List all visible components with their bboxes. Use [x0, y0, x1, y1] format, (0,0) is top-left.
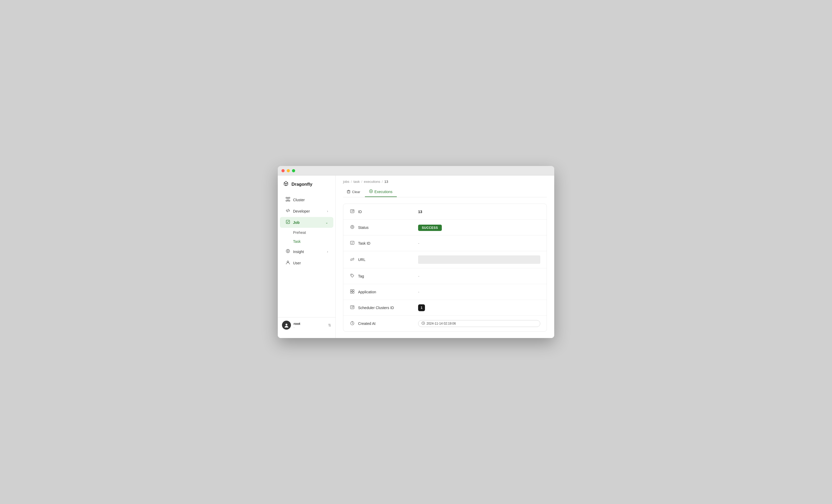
trash-icon — [347, 190, 350, 194]
user-profile[interactable]: root - ⇅ — [278, 317, 335, 333]
status-icon — [350, 225, 355, 230]
clear-label: Clear — [352, 190, 360, 194]
time-badge: 2024-11-14 02:19:06 — [418, 320, 540, 327]
nav-items: Cluster Developer › — [278, 194, 335, 317]
cluster-icon — [285, 197, 290, 202]
row-status: Status SUCCESS — [343, 220, 547, 235]
sidebar-item-cluster-label: Cluster — [293, 198, 305, 202]
breadcrumb-sep-3: / — [382, 180, 383, 184]
url-bar — [418, 255, 540, 264]
scheduler-clusters-id-value: 1 — [418, 304, 540, 311]
sidebar-item-task[interactable]: Task — [280, 237, 333, 246]
svg-rect-15 — [347, 191, 350, 193]
breadcrumb-sep-2: / — [361, 180, 362, 184]
svg-point-10 — [287, 251, 288, 252]
url-value — [418, 255, 540, 264]
breadcrumb: jobs / task / executions / 13 — [336, 175, 554, 184]
svg-point-37 — [353, 306, 354, 307]
logo-area: Dragonfly — [278, 181, 335, 194]
svg-rect-34 — [350, 306, 354, 309]
application-label: Application — [358, 290, 376, 294]
play-icon — [369, 189, 373, 194]
taskid-value: - — [418, 241, 540, 246]
clock-icon — [421, 321, 425, 326]
sidebar-item-user-label: User — [293, 261, 301, 265]
sidebar-item-job-label: Job — [293, 220, 300, 225]
tab-executions[interactable]: Executions — [365, 187, 396, 197]
breadcrumb-current: 13 — [384, 180, 388, 184]
taskid-label: Task ID — [358, 241, 370, 246]
id-icon — [350, 209, 355, 214]
breadcrumb-executions[interactable]: executions — [364, 180, 380, 184]
breadcrumb-jobs[interactable]: jobs — [343, 180, 349, 184]
user-sub: - — [293, 326, 326, 329]
breadcrumb-task[interactable]: task — [353, 180, 360, 184]
taskid-icon — [350, 241, 355, 246]
svg-rect-1 — [288, 197, 290, 198]
svg-rect-2 — [286, 200, 287, 201]
application-label-group: Application — [350, 289, 418, 295]
tag-label: Tag — [358, 274, 364, 278]
cluster-badge: 1 — [418, 304, 425, 311]
minimize-button[interactable] — [287, 169, 290, 172]
user-icon — [285, 260, 290, 266]
job-icon — [285, 220, 290, 225]
close-button[interactable] — [282, 169, 285, 172]
application-icon — [350, 289, 355, 295]
url-label: URL — [358, 257, 365, 262]
detail-card: ID 13 Status — [343, 204, 547, 332]
scheduler-icon — [350, 305, 355, 310]
row-created-at: Created At 2024-11-14 02:19:0 — [343, 316, 547, 331]
taskid-label-group: Task ID — [350, 241, 418, 246]
row-application: Application - — [343, 284, 547, 300]
row-tag: Tag - — [343, 268, 547, 284]
scheduler-clusters-id-label: Scheduler Clusters ID — [358, 306, 394, 310]
sidebar-item-user[interactable]: User — [280, 257, 333, 268]
job-chevron-down-icon: ⌄ — [326, 221, 328, 224]
created-at-icon — [350, 321, 355, 326]
application-value: - — [418, 290, 540, 294]
svg-marker-21 — [371, 191, 372, 192]
time-value: 2024-11-14 02:19:06 — [426, 322, 456, 326]
row-id: ID 13 — [343, 204, 547, 220]
svg-point-27 — [352, 226, 353, 228]
logo-text: Dragonfly — [291, 182, 312, 187]
status-badge: SUCCESS — [418, 225, 442, 231]
sidebar-item-cluster[interactable]: Cluster — [280, 194, 333, 205]
created-at-label: Created At — [358, 321, 375, 326]
sidebar-item-insight-label: Insight — [293, 250, 304, 254]
svg-line-7 — [287, 209, 288, 212]
breadcrumb-sep-1: / — [351, 180, 352, 184]
svg-point-26 — [351, 225, 354, 229]
svg-rect-8 — [286, 220, 290, 224]
app-body: Dragonfly — [278, 175, 554, 338]
sidebar-item-preheat[interactable]: Preheat — [280, 228, 333, 237]
sidebar-item-insight[interactable]: Insight › — [280, 246, 333, 257]
maximize-button[interactable] — [292, 169, 295, 172]
created-at-label-group: Created At — [350, 321, 418, 326]
executions-label: Executions — [374, 190, 392, 194]
svg-rect-28 — [350, 241, 354, 244]
sidebar: Dragonfly — [278, 175, 336, 338]
row-scheduler-clusters-id: Scheduler Clusters ID 1 — [343, 300, 547, 316]
status-label-group: Status — [350, 225, 418, 230]
created-at-value: 2024-11-14 02:19:06 — [418, 320, 540, 327]
avatar — [282, 321, 291, 330]
svg-rect-30 — [350, 290, 352, 291]
tag-label-group: Tag — [350, 274, 418, 279]
status-value: SUCCESS — [418, 225, 540, 230]
user-name: root — [293, 322, 326, 326]
sidebar-item-developer[interactable]: Developer › — [280, 206, 333, 217]
developer-icon — [285, 208, 290, 214]
clear-button[interactable]: Clear — [343, 188, 364, 196]
svg-rect-3 — [288, 200, 290, 201]
sidebar-item-job[interactable]: Job ⌄ — [280, 217, 333, 228]
logo-icon — [283, 181, 289, 188]
svg-rect-32 — [350, 292, 352, 293]
id-label-group: ID — [350, 209, 418, 214]
tag-value: - — [418, 274, 540, 278]
insight-chevron-icon: › — [327, 250, 328, 254]
sidebar-item-developer-label: Developer — [293, 209, 310, 213]
user-chevron-icon: ⇅ — [328, 323, 331, 327]
url-label-group: URL — [350, 257, 418, 262]
